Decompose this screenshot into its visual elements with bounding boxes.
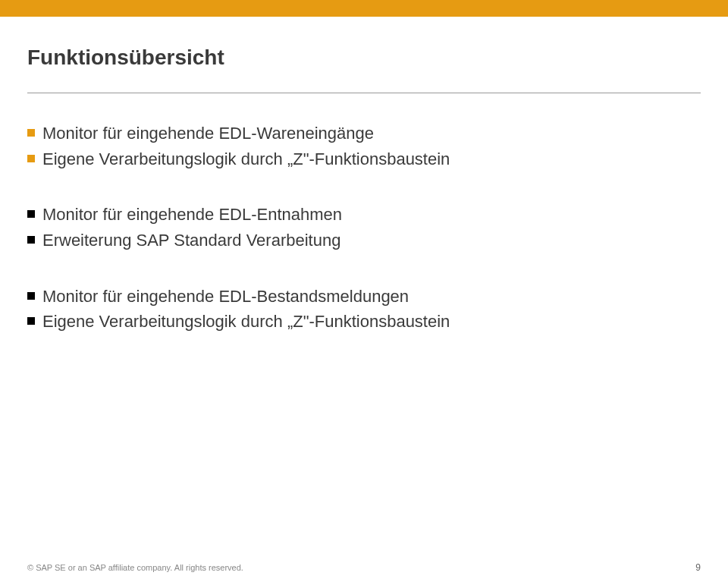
- list-item: Monitor für eingehende EDL-Entnahmen: [27, 203, 701, 226]
- bullet-icon: [27, 155, 35, 162]
- bullet-text: Eigene Verarbeitungslogik durch „Z"-Funk…: [42, 148, 450, 171]
- bullet-text: Eigene Verarbeitungslogik durch „Z"-Funk…: [42, 310, 450, 333]
- page-number: 9: [695, 562, 701, 573]
- slide-footer: © SAP SE or an SAP affiliate company. Al…: [27, 562, 701, 573]
- bullet-icon: [27, 292, 35, 300]
- bullet-text: Monitor für eingehende EDL-Bestandsmeldu…: [42, 285, 409, 308]
- top-accent-bar: [0, 0, 728, 17]
- page-title: Funktionsübersicht: [27, 46, 701, 70]
- list-item: Monitor für eingehende EDL-Wareneingänge: [27, 122, 701, 145]
- footer-copyright: © SAP SE or an SAP affiliate company. Al…: [27, 563, 243, 572]
- bullet-text: Monitor für eingehende EDL-Entnahmen: [42, 203, 342, 226]
- bullet-group-2: Monitor für eingehende EDL-Entnahmen Erw…: [27, 203, 701, 251]
- list-item: Monitor für eingehende EDL-Bestandsmeldu…: [27, 285, 701, 308]
- bullet-icon: [27, 317, 35, 325]
- bullet-icon: [27, 129, 35, 137]
- list-item: Erweiterung SAP Standard Verarbeitung: [27, 229, 701, 252]
- title-divider: [27, 93, 701, 93]
- bullet-group-3: Monitor für eingehende EDL-Bestandsmeldu…: [27, 285, 701, 333]
- bullet-group-1: Monitor für eingehende EDL-Wareneingänge…: [27, 122, 701, 170]
- slide-content: Funktionsübersicht Monitor für eingehend…: [0, 17, 728, 333]
- bullet-text: Erweiterung SAP Standard Verarbeitung: [42, 229, 340, 252]
- bullet-text: Monitor für eingehende EDL-Wareneingänge: [42, 122, 374, 145]
- list-item: Eigene Verarbeitungslogik durch „Z"-Funk…: [27, 148, 701, 171]
- bullet-icon: [27, 236, 35, 244]
- list-item: Eigene Verarbeitungslogik durch „Z"-Funk…: [27, 310, 701, 333]
- bullet-icon: [27, 210, 35, 218]
